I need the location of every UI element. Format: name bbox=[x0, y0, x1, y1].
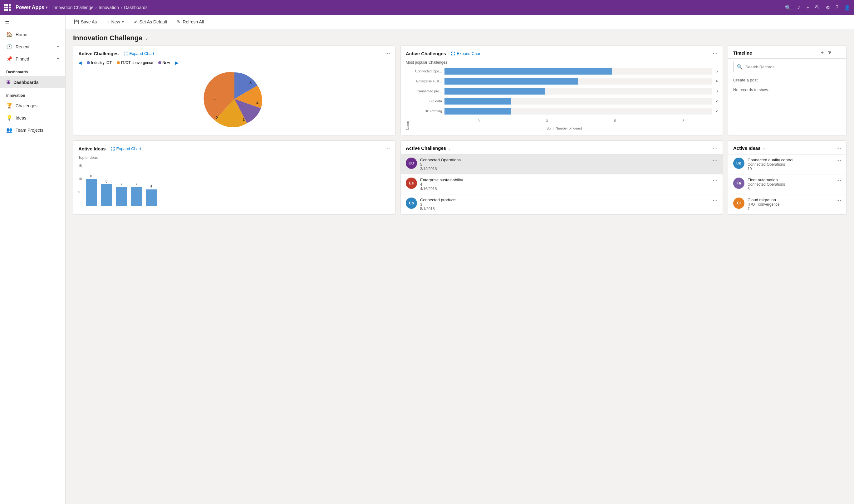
challenge-name-1: Connected Operations bbox=[420, 158, 710, 162]
set-as-default-button[interactable]: ✔ Set As Default bbox=[132, 18, 169, 25]
refresh-icon: ↻ bbox=[177, 19, 181, 24]
dashboards-section-label: Dashboards bbox=[0, 65, 65, 76]
sidebar-item-pinned[interactable]: 📌 Pinned ▾ bbox=[0, 53, 65, 65]
app-grid-icon[interactable] bbox=[4, 4, 11, 11]
challenge-initials-1: CO bbox=[409, 161, 414, 165]
timeline-title: Timeline bbox=[733, 50, 752, 56]
card1-title: Active Challenges bbox=[78, 51, 119, 56]
timeline-create-post[interactable]: Create a post bbox=[728, 75, 846, 85]
user-icon[interactable]: 👤 bbox=[844, 5, 850, 11]
timeline-search-input[interactable] bbox=[745, 65, 838, 69]
hbar-value-1: 5 bbox=[716, 69, 717, 73]
sidebar-item-dashboards[interactable]: ⊞ Dashboards bbox=[0, 76, 65, 88]
sidebar-item-team-projects[interactable]: 👥 Team Projects bbox=[0, 124, 65, 136]
card2-more-button[interactable]: ⋯ bbox=[713, 51, 717, 56]
vert-bar-val-3: 7 bbox=[121, 182, 122, 186]
card1-header: Active Challenges Expand Chart ⋯ bbox=[78, 51, 390, 56]
card2-expand-chart-button[interactable]: Expand Chart bbox=[451, 51, 482, 56]
breadcrumb-app[interactable]: Innovation Challenge bbox=[52, 5, 94, 10]
new-button[interactable]: + New ▾ bbox=[105, 18, 125, 25]
vert-bar-3 bbox=[116, 187, 127, 206]
sidebar-item-challenges[interactable]: 🏆 Challenges bbox=[0, 100, 65, 112]
x-tick-3: 3 bbox=[546, 119, 548, 123]
hamburger-button[interactable]: ☰ bbox=[0, 15, 65, 29]
search-icon[interactable]: 🔍 bbox=[785, 5, 791, 11]
breadcrumb-section[interactable]: Innovation bbox=[99, 5, 119, 10]
card4-expand-chart-button[interactable]: Expand Chart bbox=[111, 146, 141, 151]
save-as-button[interactable]: 💾 Save As bbox=[72, 18, 99, 25]
check-icon[interactable]: ✓ bbox=[797, 5, 801, 11]
add-icon[interactable]: + bbox=[806, 5, 809, 10]
settings-icon[interactable]: ⚙ bbox=[825, 5, 830, 11]
challenge-item-1-more-button[interactable]: ⋯ bbox=[713, 158, 717, 163]
challenge-count-3: 3 bbox=[420, 202, 710, 206]
card6-chevron-icon[interactable]: ⌄ bbox=[763, 146, 766, 150]
ideas-list-scroll: Cq Connected quality control Connected O… bbox=[728, 155, 846, 214]
timeline-more-icon[interactable]: ⋯ bbox=[836, 50, 841, 56]
page-title-chevron-icon[interactable]: ⌄ bbox=[145, 36, 148, 40]
challenge-date-2: 4/16/2018 bbox=[420, 186, 710, 191]
legend-prev-icon[interactable]: ◀ bbox=[78, 60, 82, 65]
legend-next-icon[interactable]: ▶ bbox=[175, 60, 179, 65]
vert-bar-wrap-2: 8 bbox=[101, 179, 112, 206]
sidebar-recent-label: Recent bbox=[16, 44, 29, 49]
challenge-item-2-more-button[interactable]: ⋯ bbox=[713, 178, 717, 183]
challenge-item-3[interactable]: Co Connected products 3 5/1/2018 ⋯ bbox=[401, 194, 723, 214]
vert-bar-val-4: 7 bbox=[136, 182, 137, 186]
hbar-label-5: 3D Printing bbox=[411, 109, 442, 113]
brand[interactable]: Power Apps ▾ bbox=[16, 5, 48, 10]
breadcrumb-sep2: › bbox=[121, 5, 122, 10]
challenge-item-1[interactable]: CO Connected Operations 5 3/12/2018 ⋯ bbox=[401, 155, 723, 175]
refresh-all-button[interactable]: ↻ Refresh All bbox=[175, 18, 206, 25]
challenge-list-scroll: CO Connected Operations 5 3/12/2018 ⋯ Es bbox=[401, 155, 723, 214]
card1-expand-chart-button[interactable]: Expand Chart bbox=[124, 51, 154, 56]
idea-item-3[interactable]: Cl Cloud migration IT/OT convergence 7 ⋯ bbox=[728, 194, 846, 214]
challenge-initials-2: Es bbox=[409, 181, 414, 185]
legend-item-2: IT/OT convergence bbox=[117, 60, 153, 65]
pinned-chevron-icon[interactable]: ▾ bbox=[57, 57, 59, 61]
card6-more-button[interactable]: ⋯ bbox=[836, 145, 841, 151]
hbar-value-2: 4 bbox=[716, 79, 717, 83]
sidebar-challenges-label: Challenges bbox=[16, 103, 37, 108]
idea-initials-2: Fa bbox=[737, 181, 741, 185]
home-icon: 🏠 bbox=[6, 32, 13, 37]
breadcrumb-current[interactable]: Dashboards bbox=[124, 5, 148, 10]
idea-item-2[interactable]: Fa Fleet automation Connected Operations… bbox=[728, 175, 846, 194]
timeline-add-icon[interactable]: + bbox=[821, 50, 824, 56]
filter-icon[interactable]: ⛏ bbox=[815, 5, 820, 10]
card1-more-button[interactable]: ⋯ bbox=[385, 51, 390, 56]
idea-item-3-more-button[interactable]: ⋯ bbox=[836, 198, 841, 203]
page-title-bar: Innovation Challenge ⌄ bbox=[66, 29, 854, 45]
timeline-search[interactable]: 🔍 bbox=[733, 62, 841, 72]
toolbar: 💾 Save As + New ▾ ✔ Set As Default ↻ Ref… bbox=[66, 15, 854, 29]
idea-name-1: Connected quality control bbox=[748, 158, 833, 162]
challenge-count-1: 5 bbox=[420, 162, 710, 167]
dashboards-icon: ⊞ bbox=[6, 79, 10, 85]
challenge-initials-3: Co bbox=[409, 201, 414, 205]
save-as-icon: 💾 bbox=[74, 19, 79, 24]
team-icon: 👥 bbox=[6, 127, 13, 133]
recent-chevron-icon[interactable]: ▾ bbox=[57, 44, 59, 49]
sidebar-item-ideas[interactable]: 💡 Ideas bbox=[0, 112, 65, 124]
challenge-item-3-more-button[interactable]: ⋯ bbox=[713, 198, 717, 203]
challenge-item-2[interactable]: Es Enterprise sustainability 4 4/16/2018… bbox=[401, 175, 723, 194]
bar-chart-inner: Name Connected Ope... 5 Enterp bbox=[406, 68, 717, 130]
card5-more-button[interactable]: ⋯ bbox=[713, 145, 717, 151]
card5-chevron-icon[interactable]: ⌄ bbox=[448, 146, 451, 150]
challenge-name-3: Connected products bbox=[420, 198, 710, 202]
expand-icon-2 bbox=[451, 52, 455, 56]
hbar-row-5: 3D Printing 2 bbox=[411, 108, 717, 114]
help-icon[interactable]: ? bbox=[836, 5, 838, 10]
brand-chevron[interactable]: ▾ bbox=[46, 5, 48, 10]
card4-more-button[interactable]: ⋯ bbox=[385, 146, 390, 152]
hbar-fill-4 bbox=[444, 98, 511, 105]
sidebar-item-recent[interactable]: 🕐 Recent ▾ bbox=[0, 40, 65, 53]
idea-item-1-more-button[interactable]: ⋯ bbox=[836, 158, 841, 163]
sidebar-item-home[interactable]: 🏠 Home bbox=[0, 29, 65, 40]
vert-bar-wrap-5: 6 bbox=[146, 185, 157, 206]
timeline-filter-icon[interactable]: ⛛ bbox=[828, 50, 833, 56]
sidebar: ☰ 🏠 Home 🕐 Recent ▾ 📌 Pinned ▾ Dashboard… bbox=[0, 15, 66, 504]
new-chevron-icon[interactable]: ▾ bbox=[122, 20, 124, 24]
idea-item-2-more-button[interactable]: ⋯ bbox=[836, 178, 841, 183]
idea-item-1[interactable]: Cq Connected quality control Connected O… bbox=[728, 155, 846, 175]
